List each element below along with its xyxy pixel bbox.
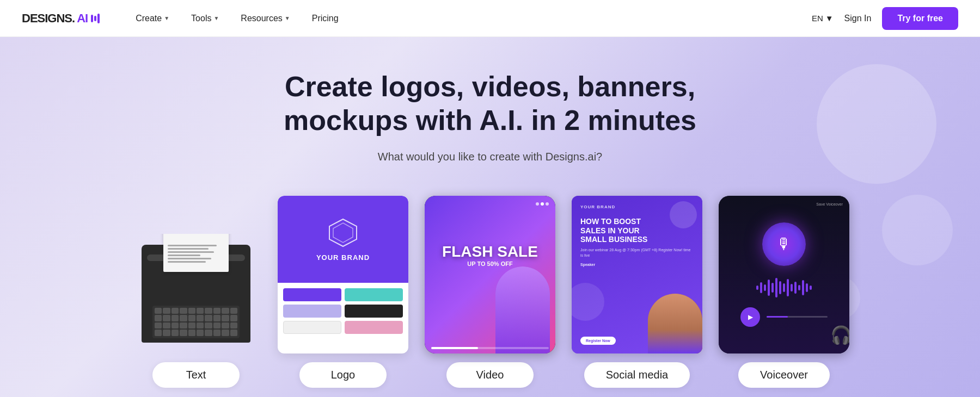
typewriter-line-2 [168,248,209,250]
logo-hex-icon [327,216,359,249]
swatch-teal [345,288,403,301]
video-dots [536,202,549,206]
wave-bar-5 [771,283,774,293]
social-inner: YOUR BRAND HOW TO BOOST SALES IN YOUR SM… [572,196,702,353]
nav-tools-label: Tools [191,14,211,23]
typewriter-line-3 [168,251,214,253]
nav-tools[interactable]: Tools ▼ [182,9,228,28]
nav-create-label: Create [136,14,162,23]
hero-section: Create logos, videos, banners, mockups w… [0,37,980,397]
key-22 [163,322,170,329]
key-32 [163,330,170,336]
typewriter-paper [163,234,229,272]
key-25 [188,322,195,329]
key-12 [163,315,170,321]
key-24 [180,322,187,329]
swatch-dark [345,305,403,318]
nav-resources[interactable]: Resources ▼ [232,9,298,28]
video-figure-silhouette [495,266,550,353]
social-register-button: Register Now [580,337,616,345]
card-text-label: Text [152,362,240,388]
logo-bar-1 [91,15,93,22]
key-8 [213,308,220,314]
nav-right: EN ▼ Sign In Try for free [812,7,958,30]
earbuds-icon: 🎧 [830,325,849,345]
nav-pricing[interactable]: Pricing [303,9,347,28]
try-free-button[interactable]: Try for free [882,7,958,30]
video-dot-2 [541,202,544,206]
typewriter-lines [168,245,224,263]
key-4 [180,308,187,314]
sign-in-button[interactable]: Sign In [844,14,872,23]
logo-icon [91,14,100,23]
card-social[interactable]: YOUR BRAND HOW TO BOOST SALES IN YOUR SM… [572,196,702,388]
hero-title: Create logos, videos, banners, mockups w… [245,70,735,138]
swatch-light [283,305,341,318]
svg-marker-1 [333,223,353,243]
card-social-label: Social media [584,362,690,388]
key-9 [222,308,229,314]
card-video[interactable]: FLASH SALE UP TO 50% OFF Video [425,196,555,388]
typewriter-line-4 [168,255,200,256]
video-overlay: FLASH SALE UP TO 50% OFF [425,196,555,353]
deco-circle-large [817,64,936,184]
social-photo [648,294,702,353]
key-7 [205,308,212,314]
typewriter-body [142,245,250,343]
card-logo[interactable]: YOUR BRAND Logo [278,196,408,388]
nav-items: Create ▼ Tools ▼ Resources ▼ Pricing [127,9,812,28]
logo[interactable]: DESIGNS.AI [22,11,100,26]
card-video-label: Video [446,362,534,388]
key-38 [213,330,220,336]
wave-bar-7 [779,281,781,294]
nav-pricing-label: Pricing [312,14,339,23]
wave-bar-3 [764,284,766,291]
key-23 [171,322,179,329]
language-label: EN [812,14,823,23]
logo-card-top: YOUR BRAND [278,196,408,283]
wave-bar-2 [760,282,762,293]
key-35 [188,330,195,336]
language-selector[interactable]: EN ▼ [812,14,834,23]
key-5 [188,308,195,314]
wave-bar-13 [802,280,804,295]
waveform [756,277,812,299]
voice-inner: Save Voiceover 🎙 [719,196,849,353]
typewriter-line-5 [168,258,211,259]
flash-sale-text: FLASH SALE UP TO 50% OFF [442,243,538,267]
logo-text: DESIGNS. [22,11,75,26]
language-chevron-icon: ▼ [825,14,834,23]
voice-circle: 🎙 [762,222,806,266]
card-social-image: YOUR BRAND HOW TO BOOST SALES IN YOUR SM… [572,196,702,353]
key-11 [155,315,162,321]
nav-resources-chevron-icon: ▼ [285,15,290,21]
card-voice[interactable]: Save Voiceover 🎙 [719,196,849,388]
logo-bar-2 [94,16,96,21]
key-19 [222,315,229,321]
video-figure [495,266,550,353]
key-20 [230,315,237,321]
key-2 [163,308,170,314]
voice-play-button[interactable]: ▶ [740,307,760,327]
social-circle-deco2 [572,283,604,321]
card-voice-label: Voiceover [738,362,830,388]
card-video-image: FLASH SALE UP TO 50% OFF [425,196,555,353]
flash-sub: UP TO 50% OFF [442,260,538,267]
key-21 [155,322,162,329]
card-text-image [131,234,261,353]
key-14 [180,315,187,321]
key-16 [197,315,204,321]
nav-resources-label: Resources [241,14,282,23]
wave-bar-11 [794,282,797,294]
key-36 [197,330,204,336]
key-30 [230,322,237,329]
wave-bar-10 [791,284,793,291]
key-15 [188,315,195,321]
card-text[interactable]: Text [131,234,261,388]
wave-bar-14 [806,283,808,292]
video-dot-3 [546,202,549,206]
wave-bar-8 [783,283,785,292]
key-40 [230,330,237,336]
key-13 [171,315,179,321]
nav-create[interactable]: Create ▼ [127,9,178,28]
